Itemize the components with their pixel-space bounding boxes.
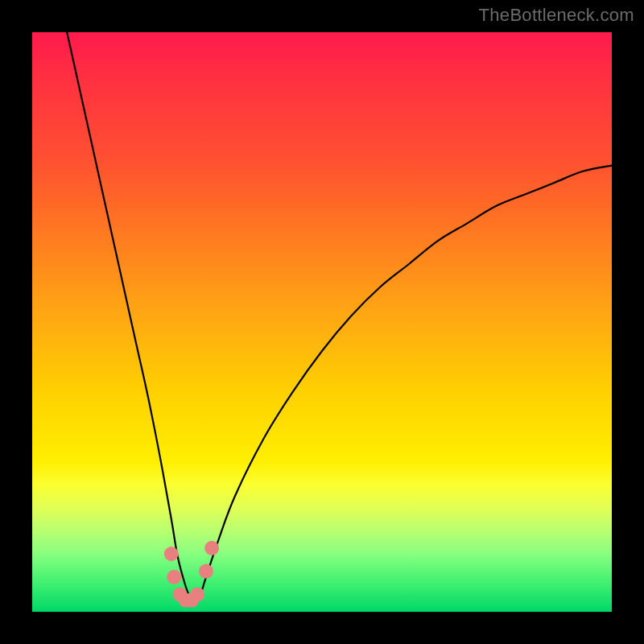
marker-dot: [167, 570, 181, 584]
marker-dot: [190, 587, 204, 601]
plot-area: [32, 32, 612, 612]
marker-dot: [164, 547, 179, 561]
bottom-cluster-markers: [164, 541, 219, 608]
watermark-text: TheBottleneck.com: [479, 5, 634, 26]
bottleneck-curve: [67, 32, 612, 601]
curve-svg: [32, 32, 612, 612]
marker-dot: [204, 541, 219, 555]
marker-dot: [199, 564, 213, 579]
chart-frame: TheBottleneck.com: [0, 0, 644, 644]
